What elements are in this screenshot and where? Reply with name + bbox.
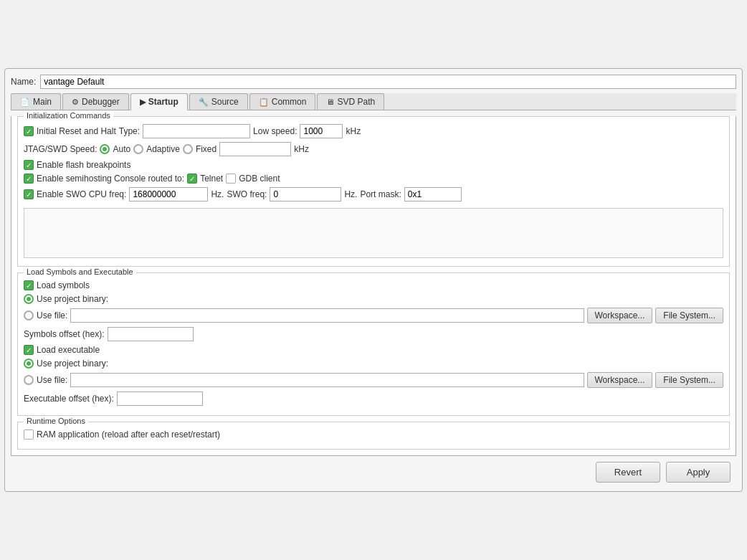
swo-freq-input[interactable] [270, 187, 341, 201]
initial-reset-row: ✓ Initial Reset and Halt Type: Low speed… [24, 124, 723, 138]
tab-svdpath-label: SVD Path [337, 97, 375, 107]
tab-common[interactable]: 📋 Common [249, 93, 316, 110]
tab-main-label: Main [33, 97, 52, 107]
load-symbols-legend: Load Symbols and Executable [24, 267, 136, 276]
fixed-label: Fixed [196, 144, 217, 154]
workspace-1-button[interactable]: Workspace... [587, 308, 653, 323]
tab-svdpath[interactable]: 🖥 SVD Path [317, 93, 384, 110]
use-file-2-radio[interactable] [24, 375, 34, 385]
main-icon: 📄 [20, 98, 30, 107]
initial-reset-checkbox[interactable]: ✓ [24, 126, 34, 136]
init-commands-content: ✓ Initial Reset and Halt Type: Low speed… [24, 124, 723, 260]
svdpath-icon: 🖥 [326, 98, 334, 106]
use-file-2-input[interactable] [70, 373, 584, 387]
type-label: Type: [119, 126, 140, 136]
load-executable-checkbox[interactable]: ✓ [24, 345, 34, 355]
executable-offset-label: Executable offset (hex): [24, 394, 114, 404]
swo-freq-unit: Hz. [344, 189, 357, 199]
ram-application-checkbox[interactable] [24, 430, 34, 440]
runtime-options-section: Runtime Options RAM application (reload … [17, 422, 730, 450]
jtag-swd-label: JTAG/SWD Speed: [24, 144, 97, 154]
use-file-1-row: Use file: Workspace... File System... [24, 308, 723, 323]
init-commands-textarea[interactable] [24, 208, 723, 258]
use-project-binary-2-label: Use project binary: [37, 359, 108, 369]
symbols-offset-label: Symbols offset (hex): [24, 329, 105, 339]
load-executable-row: ✓ Load executable [24, 345, 723, 355]
runtime-options-legend: Runtime Options [24, 417, 88, 425]
use-project-binary-2-row: Use project binary: [24, 359, 723, 369]
use-project-binary-1-radio[interactable] [24, 294, 34, 304]
load-executable-label: Load executable [37, 345, 100, 355]
use-file-1-radio[interactable] [24, 310, 34, 321]
tab-source-label: Source [211, 97, 239, 107]
jtag-auto-radio[interactable] [100, 144, 110, 154]
filesystem-2-button[interactable]: File System... [655, 372, 723, 388]
runtime-options-content: RAM application (reload after each reset… [24, 430, 723, 440]
bottom-buttons: Revert Apply [11, 456, 736, 485]
tab-main[interactable]: 📄 Main [11, 93, 61, 110]
tab-startup[interactable]: ▶ Startup [130, 93, 188, 110]
tab-debugger-label: Debugger [82, 97, 120, 107]
jtag-unit: kHz [294, 144, 309, 154]
gdb-label: GDB client [239, 174, 280, 184]
semihosting-checkbox[interactable]: ✓ [24, 174, 34, 184]
port-mask-input[interactable] [404, 187, 462, 201]
low-speed-label: Low speed: [253, 126, 297, 136]
jtag-swd-row: JTAG/SWD Speed: Auto Adaptive Fixed kHz [24, 142, 723, 156]
workspace-2-button[interactable]: Workspace... [587, 372, 653, 388]
swo-checkbox[interactable]: ✓ [24, 189, 34, 199]
tabs-bar: 📄 Main ⚙ Debugger ▶ Startup 🔧 Source 📋 C… [11, 93, 736, 110]
ram-application-row: RAM application (reload after each reset… [24, 430, 723, 440]
load-symbols-label: Load symbols [37, 280, 90, 290]
name-label: Name: [11, 77, 36, 87]
name-input[interactable] [40, 75, 736, 89]
executable-offset-input[interactable] [117, 391, 203, 406]
jtag-fixed-radio[interactable] [183, 144, 193, 154]
jtag-fixed-input[interactable] [219, 142, 291, 156]
initial-reset-label: Initial Reset and Halt [37, 126, 116, 136]
main-dialog: Name: 📄 Main ⚙ Debugger ▶ Startup 🔧 Sour… [4, 68, 743, 492]
tab-startup-label: Startup [148, 97, 179, 107]
source-icon: 🔧 [199, 98, 209, 107]
low-speed-input[interactable] [300, 124, 343, 138]
cpu-freq-input[interactable] [129, 187, 208, 201]
filesystem-1-button[interactable]: File System... [655, 308, 723, 323]
use-file-1-label: Use file: [37, 310, 67, 321]
flash-breakpoints-row: ✓ Enable flash breakpoints [24, 160, 723, 170]
apply-button[interactable]: Apply [666, 462, 731, 483]
debugger-icon: ⚙ [72, 98, 79, 107]
type-input[interactable] [143, 124, 250, 138]
telnet-label: Telnet [200, 174, 223, 184]
jtag-adaptive-radio[interactable] [133, 144, 143, 154]
gdb-checkbox[interactable] [226, 174, 236, 184]
low-speed-unit: kHz [346, 126, 361, 136]
executable-offset-row: Executable offset (hex): [24, 391, 723, 406]
semihosting-label: Enable semihosting Console routed to: [37, 174, 184, 184]
use-file-1-input[interactable] [70, 308, 584, 323]
cpu-freq-unit: Hz. [211, 189, 224, 199]
load-symbols-row: ✓ Load symbols [24, 280, 723, 290]
load-symbols-checkbox[interactable]: ✓ [24, 280, 34, 290]
tab-debugger[interactable]: ⚙ Debugger [62, 93, 129, 110]
flash-breakpoints-checkbox[interactable]: ✓ [24, 160, 34, 170]
init-commands-section: Initialization Commands ✓ Initial Reset … [17, 116, 730, 267]
swo-label: Enable SWO CPU freq: [37, 189, 126, 199]
name-row: Name: [11, 75, 736, 89]
port-mask-label: Port mask: [360, 189, 401, 199]
adaptive-label: Adaptive [146, 144, 180, 154]
tab-source[interactable]: 🔧 Source [189, 93, 248, 110]
telnet-checkbox[interactable]: ✓ [187, 174, 197, 184]
use-file-2-row: Use file: Workspace... File System... [24, 372, 723, 388]
symbols-offset-input[interactable] [108, 327, 194, 341]
ram-application-label: RAM application (reload after each reset… [37, 430, 220, 440]
swo-row: ✓ Enable SWO CPU freq: Hz. SWO freq: Hz.… [24, 187, 723, 201]
use-project-binary-1-label: Use project binary: [37, 294, 108, 304]
tab-common-label: Common [272, 97, 307, 107]
content-area: Initialization Commands ✓ Initial Reset … [11, 116, 736, 456]
revert-button[interactable]: Revert [596, 462, 660, 483]
init-commands-legend: Initialization Commands [24, 111, 113, 120]
use-project-binary-2-radio[interactable] [24, 359, 34, 369]
symbols-offset-row: Symbols offset (hex): [24, 327, 723, 341]
use-project-binary-1-row: Use project binary: [24, 294, 723, 304]
startup-icon: ▶ [140, 98, 146, 107]
